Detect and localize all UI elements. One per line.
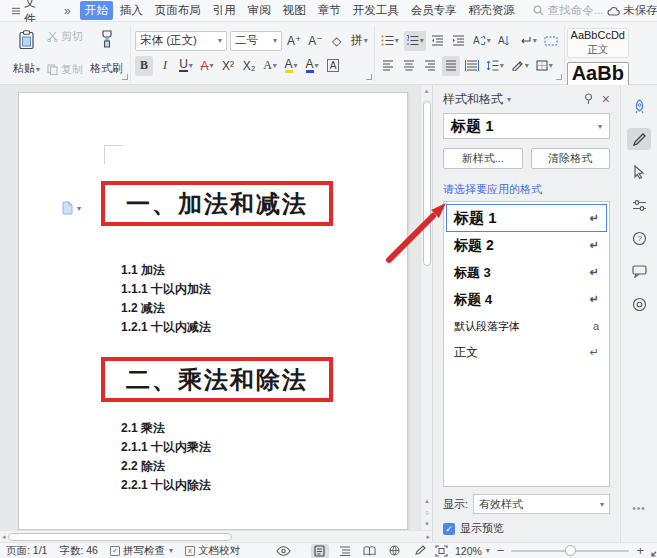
bullet-list-button[interactable]: ▾	[379, 31, 401, 51]
vertical-scrollbar-thumb[interactable]	[423, 101, 431, 266]
tab-home[interactable]: 开始	[80, 1, 113, 20]
heading1-text[interactable]: 一、加法和减法	[126, 188, 308, 220]
line-spacing-button[interactable]: ▾	[484, 56, 506, 76]
decrease-indent-button[interactable]	[429, 31, 447, 51]
line-break-button[interactable]: ▾	[517, 31, 539, 51]
paste-button[interactable]: 粘贴▾	[10, 28, 43, 78]
next-page-button[interactable]: ▾	[425, 520, 429, 528]
list-item[interactable]: 2.1.1 十以内乘法	[121, 438, 211, 457]
document-canvas[interactable]: ▾ 一、加法和减法 1.1 加法 1.1.1 十以内加法 1.2 减法 1.2.…	[0, 85, 432, 530]
horizontal-scrollbar-thumb[interactable]	[8, 533, 232, 541]
zoom-slider[interactable]	[511, 550, 629, 552]
style-item-body[interactable]: 正文 ↵	[446, 339, 607, 366]
section1-list[interactable]: 1.1 加法 1.1.1 十以内加法 1.2 减法 1.2.1 十以内减法	[121, 261, 211, 337]
tab-review[interactable]: 审阅	[243, 1, 276, 20]
align-right-button[interactable]	[421, 56, 439, 76]
font-name-select[interactable]: 宋体 (正文)▾	[135, 31, 227, 51]
list-item[interactable]: 2.2.1 十以内除法	[121, 476, 211, 495]
clear-format-button[interactable]: ◇	[328, 31, 346, 51]
tab-insert[interactable]: 插入	[115, 1, 148, 20]
style-item-default-font[interactable]: 默认段落字体 a	[446, 313, 607, 339]
read-view-button[interactable]	[361, 544, 379, 558]
cut-button[interactable]: 剪切	[45, 30, 85, 43]
bold-button[interactable]: B	[135, 56, 153, 76]
list-item[interactable]: 2.1 乘法	[121, 419, 211, 438]
distribute-button[interactable]	[463, 56, 481, 76]
italic-button[interactable]: I	[156, 56, 174, 76]
zoom-in-button[interactable]: +	[636, 543, 644, 558]
tab-section[interactable]: 章节	[313, 1, 346, 20]
decrease-font-button[interactable]: A⁻	[306, 31, 324, 51]
zoom-out-button[interactable]: −	[497, 543, 505, 558]
spellcheck-button[interactable]: ✓ 拼写检查 ▾	[110, 544, 173, 558]
proofread-button[interactable]: x 文档校对	[185, 544, 240, 558]
clear-format-button[interactable]: 清除格式	[531, 148, 611, 169]
section2-list[interactable]: 2.1 乘法 2.1.1 十以内乘法 2.2 除法 2.2.1 十以内除法	[121, 419, 211, 495]
eye-protection-button[interactable]	[276, 546, 291, 556]
heading-style-badge[interactable]: ▾	[61, 201, 81, 215]
increase-font-button[interactable]: A⁺	[285, 31, 303, 51]
new-style-button[interactable]: 新样式...	[443, 148, 523, 169]
page-indicator[interactable]: 页面: 1/1	[6, 544, 47, 558]
current-style-select[interactable]: 标题 1 ▾	[443, 113, 610, 139]
increase-indent-button[interactable]	[450, 31, 468, 51]
font-size-select[interactable]: 二号▾	[230, 31, 282, 51]
strikethrough-button[interactable]: A▾	[198, 56, 216, 76]
panel-title-menu[interactable]: 样式和格式 ▾	[443, 91, 511, 108]
show-filter-select[interactable]: 有效样式 ▾	[473, 494, 610, 514]
feedback-icon[interactable]	[627, 260, 651, 282]
borders-button[interactable]: ▾	[534, 56, 555, 76]
handwriting-button[interactable]	[411, 544, 429, 558]
text-effects-button[interactable]: A▾	[261, 56, 279, 76]
help-icon[interactable]: ?	[627, 227, 651, 249]
horizontal-scrollbar[interactable]: ◂ ▸	[0, 530, 432, 542]
shading-button[interactable]: ▾	[509, 56, 531, 76]
rocket-icon[interactable]	[627, 95, 651, 117]
style-gallery-body[interactable]: AaBbCcDd 正文	[567, 28, 629, 58]
tab-membership[interactable]: 会员专享	[406, 1, 462, 20]
web-view-button[interactable]	[386, 544, 404, 558]
tab-docer[interactable]: 稻壳资源	[464, 1, 520, 20]
align-left-button[interactable]	[379, 56, 397, 76]
underline-button[interactable]: U▾	[177, 56, 195, 76]
select-pane-icon[interactable]	[627, 161, 651, 183]
style-item-heading1[interactable]: 标题 1 ↵	[446, 204, 607, 232]
char-shading-button[interactable]: A	[324, 56, 342, 76]
style-item-heading2[interactable]: 标题 2 ↵	[446, 232, 607, 259]
numbered-list-button[interactable]: ▾	[404, 31, 426, 51]
close-panel-icon[interactable]: ×	[602, 93, 610, 105]
fit-page-icon[interactable]	[435, 545, 448, 557]
list-item[interactable]: 1.2 减法	[121, 299, 211, 318]
show-preview-checkbox[interactable]: ✓ 显示预览	[443, 521, 610, 536]
outline-view-button[interactable]	[336, 544, 354, 558]
zoom-slider-knob[interactable]	[565, 545, 576, 556]
list-item[interactable]: 1.1.1 十以内加法	[121, 280, 211, 299]
highlight-color-button[interactable]: A▾	[282, 56, 300, 76]
tab-developer[interactable]: 开发工具	[348, 1, 404, 20]
text-direction-button[interactable]: A	[496, 31, 514, 51]
settings-pane-icon[interactable]	[627, 194, 651, 216]
document-page[interactable]: ▾ 一、加法和减法 1.1 加法 1.1.1 十以内加法 1.2 减法 1.2.…	[18, 92, 408, 530]
tab-page-layout[interactable]: 页面布局	[150, 1, 206, 20]
scroll-up-icon[interactable]: ▴	[425, 85, 429, 97]
tab-view[interactable]: 视图	[278, 1, 311, 20]
heading2-text[interactable]: 二、乘法和除法	[126, 364, 308, 396]
subscript-button[interactable]: X₂	[240, 56, 258, 76]
styles-pane-icon[interactable]	[627, 128, 651, 150]
pinyin-guide-button[interactable]: 拼▾	[349, 31, 370, 51]
tab-overflow-button[interactable]: »	[60, 4, 75, 18]
copy-button[interactable]: 复制	[45, 63, 85, 76]
style-item-heading3[interactable]: 标题 3 ↵	[446, 259, 607, 286]
resources-icon[interactable]	[627, 293, 651, 315]
style-item-heading4[interactable]: 标题 4 ↵	[446, 286, 607, 313]
align-center-button[interactable]	[400, 56, 418, 76]
zoom-level-select[interactable]: 120% ▾	[455, 545, 490, 557]
text-tools-button[interactable]: A▾	[471, 31, 493, 51]
list-item[interactable]: 2.2 除法	[121, 457, 211, 476]
format-painter-button[interactable]: 格式刷	[87, 28, 126, 78]
browse-object-button[interactable]: ○	[425, 509, 429, 516]
page-view-button[interactable]	[311, 544, 329, 558]
command-search[interactable]: 查找命令...	[533, 3, 604, 18]
fullscreen-icon[interactable]	[651, 545, 657, 557]
list-item[interactable]: 1.1 加法	[121, 261, 211, 280]
